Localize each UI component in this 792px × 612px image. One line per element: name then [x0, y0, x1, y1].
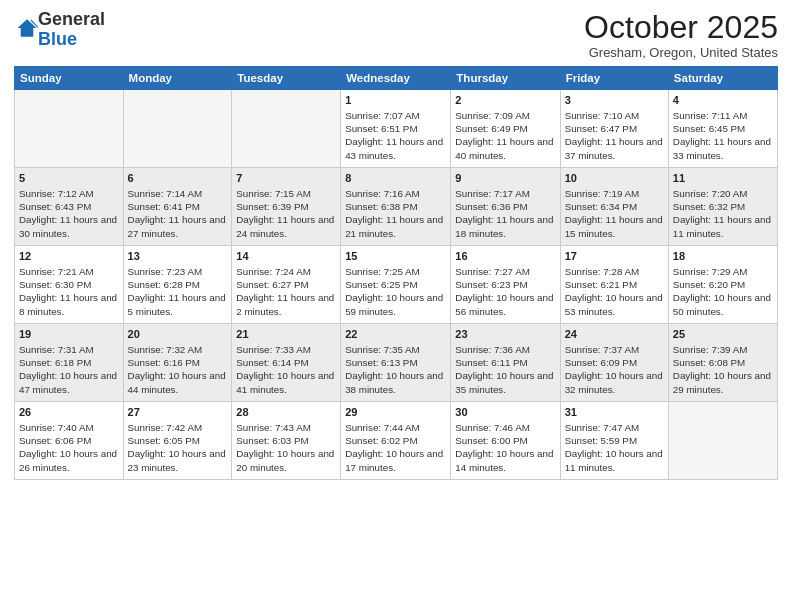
- day-number: 2: [455, 93, 555, 108]
- day-info: Sunrise: 7:33 AM Sunset: 6:14 PM Dayligh…: [236, 343, 336, 396]
- table-row: 5Sunrise: 7:12 AM Sunset: 6:43 PM Daylig…: [15, 168, 124, 246]
- table-row: 12Sunrise: 7:21 AM Sunset: 6:30 PM Dayli…: [15, 246, 124, 324]
- calendar-week-row: 5Sunrise: 7:12 AM Sunset: 6:43 PM Daylig…: [15, 168, 778, 246]
- day-number: 31: [565, 405, 664, 420]
- calendar-week-row: 26Sunrise: 7:40 AM Sunset: 6:06 PM Dayli…: [15, 402, 778, 480]
- table-row: 7Sunrise: 7:15 AM Sunset: 6:39 PM Daylig…: [232, 168, 341, 246]
- page-header: General Blue October 2025 Gresham, Orego…: [14, 10, 778, 60]
- calendar-week-row: 12Sunrise: 7:21 AM Sunset: 6:30 PM Dayli…: [15, 246, 778, 324]
- day-info: Sunrise: 7:28 AM Sunset: 6:21 PM Dayligh…: [565, 265, 664, 318]
- col-friday: Friday: [560, 67, 668, 90]
- table-row: 19Sunrise: 7:31 AM Sunset: 6:18 PM Dayli…: [15, 324, 124, 402]
- day-number: 24: [565, 327, 664, 342]
- table-row: 15Sunrise: 7:25 AM Sunset: 6:25 PM Dayli…: [341, 246, 451, 324]
- col-sunday: Sunday: [15, 67, 124, 90]
- table-row: [123, 90, 232, 168]
- calendar-week-row: 19Sunrise: 7:31 AM Sunset: 6:18 PM Dayli…: [15, 324, 778, 402]
- day-info: Sunrise: 7:36 AM Sunset: 6:11 PM Dayligh…: [455, 343, 555, 396]
- day-number: 10: [565, 171, 664, 186]
- table-row: 22Sunrise: 7:35 AM Sunset: 6:13 PM Dayli…: [341, 324, 451, 402]
- col-wednesday: Wednesday: [341, 67, 451, 90]
- calendar-table: Sunday Monday Tuesday Wednesday Thursday…: [14, 66, 778, 480]
- day-info: Sunrise: 7:43 AM Sunset: 6:03 PM Dayligh…: [236, 421, 336, 474]
- col-monday: Monday: [123, 67, 232, 90]
- day-info: Sunrise: 7:46 AM Sunset: 6:00 PM Dayligh…: [455, 421, 555, 474]
- logo-blue-text: Blue: [38, 29, 77, 49]
- day-info: Sunrise: 7:42 AM Sunset: 6:05 PM Dayligh…: [128, 421, 228, 474]
- day-info: Sunrise: 7:27 AM Sunset: 6:23 PM Dayligh…: [455, 265, 555, 318]
- table-row: 21Sunrise: 7:33 AM Sunset: 6:14 PM Dayli…: [232, 324, 341, 402]
- table-row: 28Sunrise: 7:43 AM Sunset: 6:03 PM Dayli…: [232, 402, 341, 480]
- day-number: 27: [128, 405, 228, 420]
- day-number: 4: [673, 93, 773, 108]
- day-number: 7: [236, 171, 336, 186]
- table-row: 24Sunrise: 7:37 AM Sunset: 6:09 PM Dayli…: [560, 324, 668, 402]
- calendar-week-row: 1Sunrise: 7:07 AM Sunset: 6:51 PM Daylig…: [15, 90, 778, 168]
- day-info: Sunrise: 7:11 AM Sunset: 6:45 PM Dayligh…: [673, 109, 773, 162]
- day-number: 23: [455, 327, 555, 342]
- day-number: 11: [673, 171, 773, 186]
- table-row: [15, 90, 124, 168]
- day-number: 3: [565, 93, 664, 108]
- logo-general-text: General: [38, 9, 105, 29]
- day-number: 19: [19, 327, 119, 342]
- day-info: Sunrise: 7:47 AM Sunset: 5:59 PM Dayligh…: [565, 421, 664, 474]
- day-number: 28: [236, 405, 336, 420]
- day-number: 15: [345, 249, 446, 264]
- table-row: 25Sunrise: 7:39 AM Sunset: 6:08 PM Dayli…: [668, 324, 777, 402]
- table-row: [232, 90, 341, 168]
- day-info: Sunrise: 7:21 AM Sunset: 6:30 PM Dayligh…: [19, 265, 119, 318]
- table-row: 13Sunrise: 7:23 AM Sunset: 6:28 PM Dayli…: [123, 246, 232, 324]
- day-info: Sunrise: 7:44 AM Sunset: 6:02 PM Dayligh…: [345, 421, 446, 474]
- day-number: 14: [236, 249, 336, 264]
- day-number: 18: [673, 249, 773, 264]
- table-row: 6Sunrise: 7:14 AM Sunset: 6:41 PM Daylig…: [123, 168, 232, 246]
- table-row: 16Sunrise: 7:27 AM Sunset: 6:23 PM Dayli…: [451, 246, 560, 324]
- day-number: 29: [345, 405, 446, 420]
- day-number: 25: [673, 327, 773, 342]
- logo-icon: [16, 17, 38, 39]
- day-number: 13: [128, 249, 228, 264]
- table-row: 18Sunrise: 7:29 AM Sunset: 6:20 PM Dayli…: [668, 246, 777, 324]
- day-number: 9: [455, 171, 555, 186]
- table-row: 29Sunrise: 7:44 AM Sunset: 6:02 PM Dayli…: [341, 402, 451, 480]
- table-row: 20Sunrise: 7:32 AM Sunset: 6:16 PM Dayli…: [123, 324, 232, 402]
- day-info: Sunrise: 7:40 AM Sunset: 6:06 PM Dayligh…: [19, 421, 119, 474]
- table-row: 27Sunrise: 7:42 AM Sunset: 6:05 PM Dayli…: [123, 402, 232, 480]
- day-info: Sunrise: 7:23 AM Sunset: 6:28 PM Dayligh…: [128, 265, 228, 318]
- day-info: Sunrise: 7:37 AM Sunset: 6:09 PM Dayligh…: [565, 343, 664, 396]
- day-info: Sunrise: 7:10 AM Sunset: 6:47 PM Dayligh…: [565, 109, 664, 162]
- col-thursday: Thursday: [451, 67, 560, 90]
- day-info: Sunrise: 7:24 AM Sunset: 6:27 PM Dayligh…: [236, 265, 336, 318]
- day-number: 21: [236, 327, 336, 342]
- day-number: 8: [345, 171, 446, 186]
- col-saturday: Saturday: [668, 67, 777, 90]
- day-number: 22: [345, 327, 446, 342]
- calendar-header-row: Sunday Monday Tuesday Wednesday Thursday…: [15, 67, 778, 90]
- table-row: 23Sunrise: 7:36 AM Sunset: 6:11 PM Dayli…: [451, 324, 560, 402]
- day-info: Sunrise: 7:35 AM Sunset: 6:13 PM Dayligh…: [345, 343, 446, 396]
- table-row: 11Sunrise: 7:20 AM Sunset: 6:32 PM Dayli…: [668, 168, 777, 246]
- day-number: 17: [565, 249, 664, 264]
- month-title: October 2025: [584, 10, 778, 45]
- day-info: Sunrise: 7:09 AM Sunset: 6:49 PM Dayligh…: [455, 109, 555, 162]
- day-number: 16: [455, 249, 555, 264]
- table-row: [668, 402, 777, 480]
- logo: General Blue: [14, 10, 105, 50]
- day-info: Sunrise: 7:32 AM Sunset: 6:16 PM Dayligh…: [128, 343, 228, 396]
- day-info: Sunrise: 7:19 AM Sunset: 6:34 PM Dayligh…: [565, 187, 664, 240]
- col-tuesday: Tuesday: [232, 67, 341, 90]
- day-number: 1: [345, 93, 446, 108]
- title-block: October 2025 Gresham, Oregon, United Sta…: [584, 10, 778, 60]
- day-number: 5: [19, 171, 119, 186]
- day-number: 12: [19, 249, 119, 264]
- day-info: Sunrise: 7:15 AM Sunset: 6:39 PM Dayligh…: [236, 187, 336, 240]
- day-number: 20: [128, 327, 228, 342]
- table-row: 9Sunrise: 7:17 AM Sunset: 6:36 PM Daylig…: [451, 168, 560, 246]
- location-subtitle: Gresham, Oregon, United States: [584, 45, 778, 60]
- day-info: Sunrise: 7:14 AM Sunset: 6:41 PM Dayligh…: [128, 187, 228, 240]
- table-row: 14Sunrise: 7:24 AM Sunset: 6:27 PM Dayli…: [232, 246, 341, 324]
- day-info: Sunrise: 7:39 AM Sunset: 6:08 PM Dayligh…: [673, 343, 773, 396]
- day-info: Sunrise: 7:31 AM Sunset: 6:18 PM Dayligh…: [19, 343, 119, 396]
- day-info: Sunrise: 7:16 AM Sunset: 6:38 PM Dayligh…: [345, 187, 446, 240]
